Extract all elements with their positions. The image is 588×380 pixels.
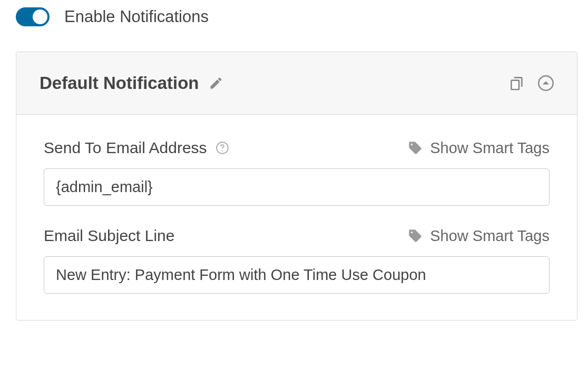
enable-notifications-toggle[interactable] [16, 7, 50, 26]
toggle-knob [33, 9, 47, 24]
enable-notifications-label: Enable Notifications [64, 7, 209, 26]
send-to-field-top: Send To Email Address [44, 139, 550, 157]
subject-smart-tags-button[interactable]: Show Smart Tags [408, 227, 550, 245]
subject-field: Email Subject Line Show Smart Tags [44, 227, 550, 294]
subject-input[interactable] [44, 256, 550, 294]
svg-rect-0 [511, 81, 519, 89]
svg-point-3 [222, 150, 223, 151]
enable-notifications-row: Enable Notifications [16, 7, 577, 26]
send-to-label: Send To Email Address [44, 139, 207, 157]
notification-panel-body: Send To Email Address [16, 115, 577, 320]
send-to-smart-tags-button[interactable]: Show Smart Tags [408, 139, 550, 157]
send-to-label-wrap: Send To Email Address [44, 139, 229, 157]
subject-field-top: Email Subject Line Show Smart Tags [44, 227, 550, 245]
send-to-field: Send To Email Address [44, 139, 550, 206]
subject-label-wrap: Email Subject Line [44, 227, 174, 245]
send-to-smart-tags-label: Show Smart Tags [430, 139, 550, 157]
panel-header-left: Default Notification [40, 73, 223, 93]
help-icon[interactable] [215, 141, 229, 155]
send-to-input[interactable] [44, 168, 550, 206]
edit-icon[interactable] [209, 76, 223, 91]
tag-icon [408, 141, 423, 155]
subject-label: Email Subject Line [44, 227, 174, 245]
chevron-up-icon[interactable] [538, 75, 554, 91]
copy-icon[interactable] [508, 75, 525, 92]
notification-panel-header: Default Notification [16, 52, 577, 115]
tag-icon [408, 228, 423, 243]
notification-title: Default Notification [40, 73, 199, 93]
panel-header-right [508, 75, 554, 92]
subject-smart-tags-label: Show Smart Tags [430, 227, 550, 245]
notification-panel: Default Notification [16, 52, 577, 321]
